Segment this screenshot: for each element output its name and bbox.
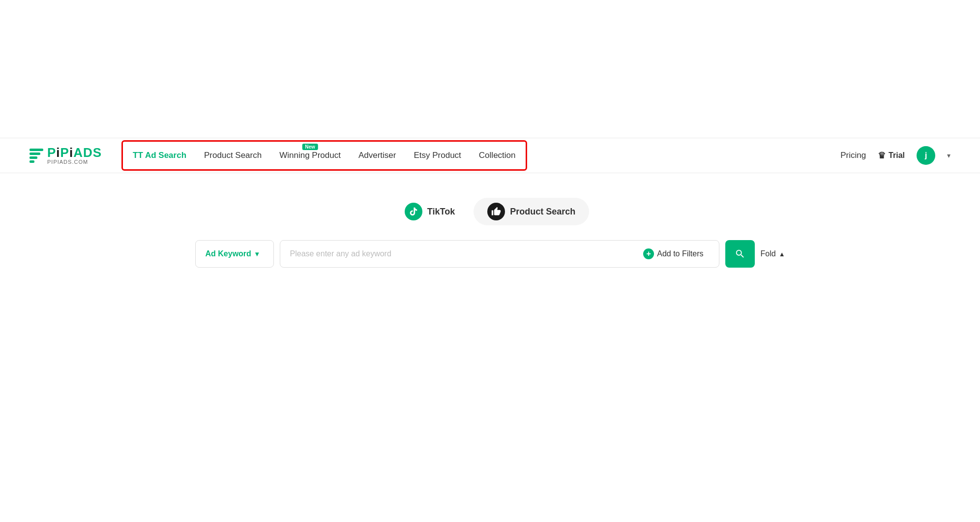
search-button[interactable] xyxy=(725,240,755,268)
add-filters-button[interactable]: + Add to Filters xyxy=(632,240,714,268)
add-filters-label: Add to Filters xyxy=(657,249,703,258)
logo-main-text: PiPiADS xyxy=(47,146,102,159)
nav-item-collection[interactable]: Collection xyxy=(479,151,516,160)
logo-sub-text: PIPIADS.COM xyxy=(47,159,102,165)
trial-label: Trial xyxy=(889,151,905,160)
crown-icon: ♛ xyxy=(878,150,886,161)
tiktok-tab-label: TikTok xyxy=(427,207,455,217)
logo-bar-3 xyxy=(30,156,37,159)
logo-bar-2 xyxy=(30,153,40,155)
main-nav-box: TT Ad Search Product Search New Winning … xyxy=(121,140,527,171)
keyword-dropdown-label: Ad Keyword xyxy=(206,249,251,258)
platform-tabs: TikTok Product Search xyxy=(30,198,950,225)
fold-chevron-icon: ▲ xyxy=(779,250,785,258)
fold-button[interactable]: Fold ▲ xyxy=(761,249,785,258)
search-input-wrapper: + Add to Filters xyxy=(280,240,719,268)
keyword-dropdown[interactable]: Ad Keyword ▾ xyxy=(195,240,274,268)
search-icon xyxy=(735,248,745,259)
nav-item-winning-product[interactable]: New Winning Product xyxy=(279,151,341,160)
nav-item-product-search[interactable]: Product Search xyxy=(204,151,262,160)
new-badge: New xyxy=(302,144,318,150)
navbar: PiPiADS PIPIADS.COM TT Ad Search Product… xyxy=(0,138,980,173)
platform-tab-product-search[interactable]: Product Search xyxy=(474,198,589,225)
nav-item-advertiser[interactable]: Advertiser xyxy=(358,151,396,160)
tiktok-icon xyxy=(405,203,422,220)
logo[interactable]: PiPiADS PIPIADS.COM xyxy=(30,146,102,165)
platform-tab-tiktok[interactable]: TikTok xyxy=(391,198,469,225)
fold-label: Fold xyxy=(761,249,776,258)
logo-text: PiPiADS PIPIADS.COM xyxy=(47,146,102,165)
thumbsup-icon xyxy=(487,203,505,220)
avatar-chevron-icon[interactable]: ▾ xyxy=(947,152,950,159)
trial-button[interactable]: ♛ Trial xyxy=(878,150,905,161)
top-spacer xyxy=(0,0,980,138)
pricing-link[interactable]: Pricing xyxy=(840,151,866,160)
product-search-tab-label: Product Search xyxy=(510,207,575,217)
keyword-dropdown-chevron-icon: ▾ xyxy=(255,250,259,258)
avatar[interactable]: j xyxy=(917,146,935,165)
search-bar: Ad Keyword ▾ + Add to Filters Fold ▲ xyxy=(195,240,785,268)
plus-circle-icon: + xyxy=(643,248,654,259)
main-content: TikTok Product Search Ad Keyword ▾ + Add… xyxy=(0,173,980,268)
logo-bar-1 xyxy=(30,149,43,151)
logo-bar-4 xyxy=(30,160,34,163)
nav-item-etsy-product[interactable]: Etsy Product xyxy=(414,151,461,160)
nav-right: Pricing ♛ Trial j ▾ xyxy=(840,146,950,165)
nav-item-tt-ad-search[interactable]: TT Ad Search xyxy=(133,151,186,160)
logo-icon xyxy=(30,149,43,163)
